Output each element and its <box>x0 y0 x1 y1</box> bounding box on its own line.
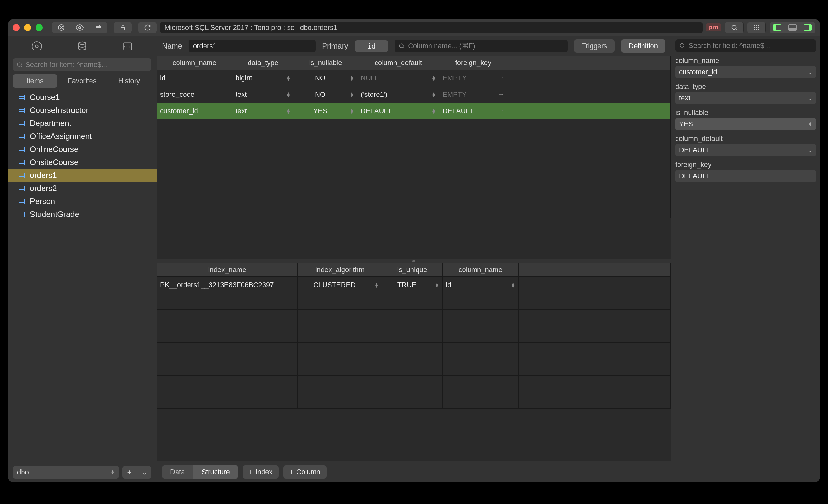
stepper-icon[interactable]: ▲▼ <box>511 283 515 288</box>
zoom-window-button[interactable] <box>36 24 43 31</box>
cell-column-default[interactable]: ('store1')▲▼ <box>358 86 440 102</box>
inspector-search-input[interactable]: Search for field: ^name$... <box>675 39 816 52</box>
table-name-input[interactable] <box>189 40 316 52</box>
definition-button[interactable]: Definition <box>621 39 665 53</box>
inspector-input-data_type[interactable]: text⌄ <box>675 92 816 104</box>
structure-view-button[interactable]: Structure <box>193 465 238 478</box>
cell-column-default[interactable]: DEFAULT▲▼ <box>358 103 440 119</box>
sidebar-item-onlinecourse[interactable]: OnlineCourse <box>8 143 157 156</box>
sidebar-tab-items[interactable]: Items <box>13 74 57 88</box>
expand-icon[interactable] <box>89 22 107 33</box>
right-panel-toggle[interactable] <box>800 22 815 33</box>
inspector-input-foreign_key[interactable]: DEFAULT <box>675 170 816 182</box>
sidebar-item-department[interactable]: Department <box>8 117 157 130</box>
inspector-input-column_name[interactable]: customer_id⌄ <box>675 66 816 78</box>
sidebar-item-orders2[interactable]: orders2 <box>8 182 157 195</box>
sidebar-search-input[interactable]: Search for item: ^name$... <box>13 58 152 71</box>
cell-data-type[interactable]: bigint▲▼ <box>233 70 294 86</box>
stepper-icon[interactable]: ▲▼ <box>286 109 290 114</box>
sidebar-item-orders1[interactable]: orders1 <box>8 169 157 182</box>
add-index-button[interactable]: +Index <box>243 465 279 478</box>
cell-data-type[interactable]: text▲▼ <box>233 103 294 119</box>
idx-header-extra <box>519 263 670 277</box>
cell-extra <box>507 86 670 102</box>
cell-index-algorithm[interactable]: CLUSTERED▲▼ <box>298 277 382 293</box>
stepper-icon[interactable]: ▲▼ <box>434 283 439 288</box>
inspector-input-is_nullable[interactable]: YES▲▼ <box>675 118 816 130</box>
idx-header-column-name[interactable]: column_name <box>443 263 519 277</box>
sidebar-item-course1[interactable]: Course1 <box>8 91 157 104</box>
sidebar-item-person[interactable]: Person <box>8 195 157 208</box>
stepper-icon[interactable]: ▲▼ <box>286 92 290 97</box>
sql-icon[interactable]: SQL <box>121 39 135 53</box>
inspector-input-column_default[interactable]: DEFAULT⌄ <box>675 144 816 156</box>
sidebar-item-officeassignment[interactable]: OfficeAssignment <box>8 130 157 143</box>
data-view-button[interactable]: Data <box>162 465 193 478</box>
stepper-icon[interactable]: ▲▼ <box>431 76 436 81</box>
apps-icon[interactable] <box>747 22 766 33</box>
idx-header-is-unique[interactable]: is_unique <box>382 263 443 277</box>
cell-foreign-key[interactable]: EMPTY→ <box>440 70 507 86</box>
add-column-button[interactable]: +Column <box>283 465 327 478</box>
sidebar-item-onsitecourse[interactable]: OnsiteCourse <box>8 156 157 169</box>
stepper-icon[interactable]: ▲▼ <box>286 76 290 81</box>
bottom-panel-toggle[interactable] <box>785 22 800 33</box>
col-header-column-default[interactable]: column_default <box>358 56 440 70</box>
cell-column-name[interactable]: customer_id <box>157 103 233 119</box>
lock-icon[interactable] <box>114 22 132 33</box>
refresh-icon[interactable] <box>138 22 157 33</box>
split-handle[interactable] <box>157 259 670 263</box>
schema-selector[interactable]: dbo ▲▼ <box>13 466 119 478</box>
cell-foreign-key[interactable]: EMPTY→ <box>440 86 507 102</box>
idx-header-index-name[interactable]: index_name <box>157 263 298 277</box>
arrow-right-icon[interactable]: → <box>498 75 504 81</box>
add-menu-button[interactable]: ⌄ <box>137 466 152 478</box>
close-window-button[interactable] <box>13 24 20 31</box>
stepper-icon[interactable]: ▲▼ <box>349 109 354 114</box>
search-icon[interactable] <box>725 22 744 33</box>
index-row[interactable]: PK__orders1__3213E83F06BC2397CLUSTERED▲▼… <box>157 277 670 293</box>
stepper-icon[interactable]: ▲▼ <box>374 283 379 288</box>
primary-key-badge[interactable]: id <box>355 40 388 52</box>
database-icon[interactable] <box>75 39 89 53</box>
column-row[interactable]: customer_idtext▲▼YES▲▼DEFAULT▲▼DEFAULT→ <box>157 103 670 119</box>
cell-foreign-key[interactable]: DEFAULT→ <box>440 103 507 119</box>
stepper-icon[interactable]: ▲▼ <box>431 92 436 97</box>
sidebar-tab-history[interactable]: History <box>107 74 152 88</box>
cell-column-default[interactable]: NULL▲▼ <box>358 70 440 86</box>
idx-header-index-algorithm[interactable]: index_algorithm <box>298 263 382 277</box>
eye-icon[interactable] <box>71 22 89 33</box>
stepper-icon[interactable]: ▲▼ <box>349 92 354 97</box>
minimize-window-button[interactable] <box>24 24 31 31</box>
radar-icon[interactable] <box>30 39 44 53</box>
add-button[interactable]: + <box>122 466 137 478</box>
col-header-data-type[interactable]: data_type <box>233 56 294 70</box>
arrow-right-icon[interactable]: → <box>498 108 504 114</box>
cell-column-name[interactable]: store_code <box>157 86 233 102</box>
cell-is-nullable[interactable]: YES▲▼ <box>294 103 358 119</box>
cell-is-nullable[interactable]: NO▲▼ <box>294 86 358 102</box>
col-header-column-name[interactable]: column_name <box>157 56 233 70</box>
breadcrumb[interactable]: Microsoft SQL Server 2017 : Tono pro : s… <box>160 22 703 33</box>
cell-index-name[interactable]: PK__orders1__3213E83F06BC2397 <box>157 277 298 293</box>
cell-is-nullable[interactable]: NO▲▼ <box>294 70 358 86</box>
col-header-is-nullable[interactable]: is_nullable <box>294 56 358 70</box>
sidebar-item-studentgrade[interactable]: StudentGrade <box>8 208 157 221</box>
cell-column-name[interactable]: id <box>157 70 233 86</box>
cell-is-unique[interactable]: TRUE▲▼ <box>382 277 443 293</box>
stepper-icon[interactable]: ▲▼ <box>431 109 436 114</box>
col-header-foreign-key[interactable]: foreign_key <box>440 56 507 70</box>
cell-idx-column-name[interactable]: id▲▼ <box>443 277 519 293</box>
stepper-icon[interactable]: ▲▼ <box>349 76 354 81</box>
sidebar-item-courseinstructor[interactable]: CourseInstructor <box>8 104 157 117</box>
column-search-input[interactable]: Column name... (⌘F) <box>395 40 568 52</box>
cancel-icon[interactable] <box>52 22 71 33</box>
sidebar-tab-favorites[interactable]: Favorites <box>60 74 104 88</box>
column-row[interactable]: store_codetext▲▼NO▲▼('store1')▲▼EMPTY→ <box>157 86 670 103</box>
left-panel-toggle[interactable] <box>770 22 785 33</box>
cell-data-type[interactable]: text▲▼ <box>233 86 294 102</box>
svg-point-1 <box>78 26 81 29</box>
column-row[interactable]: idbigint▲▼NO▲▼NULL▲▼EMPTY→ <box>157 70 670 86</box>
arrow-right-icon[interactable]: → <box>498 91 504 98</box>
triggers-button[interactable]: Triggers <box>574 39 615 53</box>
